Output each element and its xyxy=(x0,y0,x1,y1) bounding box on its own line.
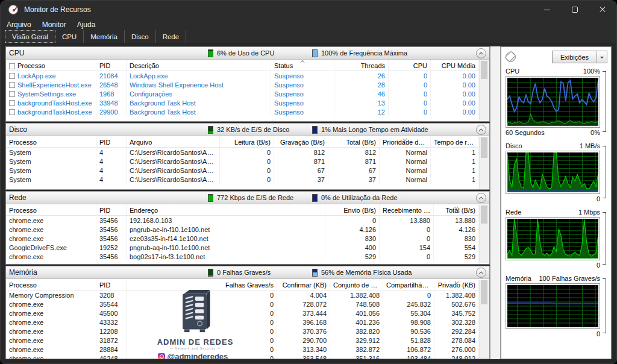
column-header[interactable]: CPU xyxy=(389,60,431,71)
collapse-cpu-button[interactable] xyxy=(476,48,486,58)
scrollbar-thumb[interactable] xyxy=(481,61,487,79)
column-header[interactable]: CPU Média xyxy=(431,60,479,71)
maximize-button[interactable] xyxy=(561,1,589,19)
section-memoria-header[interactable]: Memória 0 Falhas Graves/s 56% de Memória… xyxy=(6,266,489,279)
column-header[interactable]: Falhas Graves/s xyxy=(127,279,277,290)
tab-disco[interactable]: Disco xyxy=(125,30,156,43)
rede-table-scrollbar[interactable] xyxy=(479,205,489,263)
table-cell: 35456 xyxy=(96,252,127,261)
window-title: Monitor de Recursos xyxy=(24,5,91,14)
column-header[interactable]: PID xyxy=(96,60,127,71)
column-header[interactable]: Envio (B/s) xyxy=(325,204,380,215)
row-checkbox[interactable] xyxy=(9,109,15,115)
scrollbar-thumb[interactable] xyxy=(481,206,487,224)
column-header[interactable]: Endereço xyxy=(127,204,325,215)
column-header[interactable]: Descrição xyxy=(127,60,271,71)
table-row[interactable]: System4C:\Users\RicardoSantos\App...0676… xyxy=(6,166,479,175)
column-header[interactable]: Privado (KB) xyxy=(434,279,479,290)
table-row[interactable]: GoogleDriveFS.exe19252pngrub-aq-in-f10.1… xyxy=(6,243,479,252)
table-cell: Normal xyxy=(380,148,431,157)
table-row[interactable]: chrome.exe288840313.340382.872106.872276… xyxy=(6,345,479,354)
tab-visao-geral[interactable]: Visão Geral xyxy=(5,30,55,43)
tab-memoria[interactable]: Memória xyxy=(84,30,125,43)
tab-rede[interactable]: Rede xyxy=(156,30,187,43)
row-checkbox[interactable] xyxy=(9,100,15,106)
column-header[interactable]: Conjunto de Tr... xyxy=(330,279,383,290)
table-cell: 4 xyxy=(96,157,127,166)
memoria-table-scrollbar[interactable] xyxy=(479,280,489,358)
table-row[interactable]: SystemSettings.exe1968ConfiguraçõesSuspe… xyxy=(6,89,479,98)
cpu-table-scrollbar[interactable] xyxy=(479,60,489,121)
table-row[interactable]: System4C:\Users\RicardoSantos\App...0871… xyxy=(6,157,479,166)
column-header[interactable]: Confirmar (KB) xyxy=(277,279,330,290)
menu-arquivo[interactable]: Arquivo xyxy=(1,20,37,29)
memoria-chart-label: Memória xyxy=(506,275,531,282)
column-header[interactable]: PID xyxy=(96,279,127,290)
menu-ajuda[interactable]: Ajuda xyxy=(72,20,101,29)
close-button[interactable] xyxy=(589,1,616,19)
table-row[interactable]: chrome.exe433320396.168401.23698.908302.… xyxy=(6,318,479,327)
table-cell: backgroundTaskHost.exe xyxy=(6,107,96,116)
column-header[interactable]: Processo xyxy=(6,279,96,290)
scrollbar-thumb[interactable] xyxy=(481,137,487,158)
table-row[interactable]: backgroundTaskHost.exe33948Background Ta… xyxy=(6,98,479,107)
cpu-chart xyxy=(506,76,600,128)
table-row[interactable]: chrome.exe462480363.548351.316103.484248… xyxy=(6,354,479,359)
row-checkbox[interactable] xyxy=(9,82,15,88)
table-row[interactable]: chrome.exe122080370.376382.82090.536292.… xyxy=(6,327,479,336)
menu-monitor[interactable]: Monitor xyxy=(37,20,72,29)
column-header[interactable]: Total (B/s) xyxy=(328,136,380,147)
column-header[interactable]: Recebimento (... xyxy=(380,204,434,215)
table-row[interactable]: chrome.exe35456bog02s17-in-f3.1e100.net5… xyxy=(6,252,479,261)
section-cpu-header[interactable]: CPU 6% de Uso de CPU 100% de Frequência … xyxy=(6,47,489,60)
column-header[interactable]: Processo xyxy=(6,204,96,215)
table-row[interactable]: System4C:\Users\RicardoSantos\App...0373… xyxy=(6,175,479,184)
column-header[interactable]: Leitura (B/s) xyxy=(220,136,274,147)
column-header[interactable]: Tempo de resp... xyxy=(431,136,479,147)
disco-table-scrollbar[interactable] xyxy=(479,137,489,189)
table-row[interactable]: System4C:\Users\RicardoSantos\App...0812… xyxy=(6,148,479,157)
table-cell: 351.316 xyxy=(330,354,383,359)
column-header[interactable]: Status xyxy=(271,60,334,71)
collapse-memoria-button[interactable] xyxy=(476,268,486,278)
row-checkbox[interactable] xyxy=(9,91,15,97)
table-row[interactable]: ShellExperienceHost.exe26548Windows Shel… xyxy=(6,80,479,89)
section-rede-header[interactable]: Rede 772 Kbps de E/S de Rede 0% de Utili… xyxy=(6,192,489,204)
table-cell: Suspenso xyxy=(271,89,334,98)
views-dropdown-button[interactable]: Exibições xyxy=(552,51,607,63)
column-header[interactable]: PID xyxy=(96,136,127,147)
scrollbar-thumb[interactable] xyxy=(481,280,487,304)
row-checkbox[interactable] xyxy=(9,73,15,79)
table-row[interactable]: LockApp.exe21084LockApp.exeSuspenso2600.… xyxy=(6,71,479,80)
collapse-disco-button[interactable] xyxy=(476,125,486,135)
net-io-indicator xyxy=(208,194,213,202)
collapse-rede-button[interactable] xyxy=(476,193,486,203)
panel-splitter[interactable] xyxy=(490,46,501,359)
table-cell: 401.056 xyxy=(330,309,383,318)
column-header[interactable]: Gravação (B/s) xyxy=(274,136,328,147)
table-cell: 154 xyxy=(380,243,434,252)
column-header[interactable]: Threads xyxy=(334,60,389,71)
column-header[interactable]: Total (B/s) xyxy=(434,204,479,215)
table-row[interactable]: chrome.exe455000373.444401.05655.304345.… xyxy=(6,309,479,318)
minimize-button[interactable] xyxy=(533,1,561,19)
table-row[interactable]: chrome.exe318720290.700329.91251.828278.… xyxy=(6,336,479,345)
row-checkbox[interactable] xyxy=(9,63,15,69)
table-row[interactable]: chrome.exe35456pngrub-ae-in-f10.1e100.ne… xyxy=(6,225,479,234)
column-header[interactable]: Arquivo xyxy=(127,136,220,147)
views-dropdown-arrow[interactable] xyxy=(597,51,607,63)
column-header[interactable]: Processo xyxy=(6,136,96,147)
table-row[interactable]: chrome.exe355440728.072748.508245.832502… xyxy=(6,300,479,309)
column-header[interactable]: Processo xyxy=(6,60,96,71)
table-row[interactable]: chrome.exe35456192.168.0.103013.88013.88… xyxy=(6,216,479,225)
column-header[interactable]: Prioridade de E/S xyxy=(380,136,431,147)
tab-cpu[interactable]: CPU xyxy=(55,30,84,43)
collapse-charts-button[interactable] xyxy=(506,52,516,62)
column-header[interactable]: Compartilhável... xyxy=(383,279,434,290)
column-header[interactable]: PID xyxy=(96,204,127,215)
section-disco-header[interactable]: Disco 32 KB/s de E/S de Disco 1% Mais Lo… xyxy=(6,124,489,136)
table-cell: 0 xyxy=(127,318,277,327)
table-row[interactable]: backgroundTaskHost.exe29900Background Ta… xyxy=(6,107,479,116)
table-row[interactable]: Memory Compression320804.0041.382.40801.… xyxy=(6,290,479,300)
table-row[interactable]: chrome.exe35456eze03s35-in-f14.1e100.net… xyxy=(6,234,479,243)
